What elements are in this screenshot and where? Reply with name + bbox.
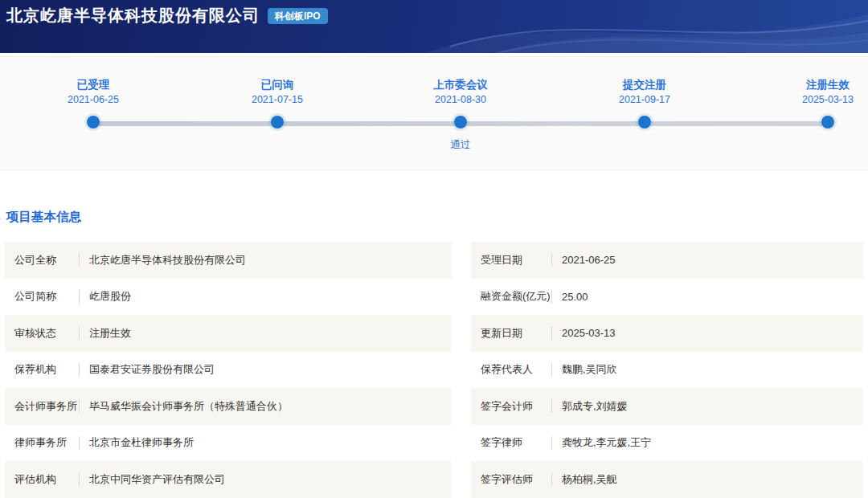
info-label: 签字会计师 <box>481 399 551 414</box>
divider <box>551 472 552 486</box>
page-header: 北京屹唐半导体科技股份有限公司 科创板IPO <box>0 0 868 53</box>
info-row: 公司简称 屹唐股份 <box>5 279 452 316</box>
timeline-step-label: 提交注册 <box>576 78 713 92</box>
info-row: 融资金额(亿元) 25.00 <box>471 279 863 316</box>
info-label: 签字律师 <box>481 435 551 450</box>
info-row: 评估机构 北京中同华资产评估有限公司 <box>5 461 452 498</box>
info-label: 融资金额(亿元) <box>481 289 551 304</box>
info-label: 公司简称 <box>14 289 79 304</box>
info-label: 公司全称 <box>14 253 79 267</box>
divider <box>79 472 80 486</box>
section-title-basic-info: 项目基本信息 <box>6 209 868 226</box>
info-value: 注册生效 <box>89 326 131 341</box>
info-label: 保荐机构 <box>14 362 79 377</box>
timeline-step-note <box>576 138 713 150</box>
divider <box>551 436 552 450</box>
timeline-dot-icon <box>821 116 834 129</box>
divider <box>79 363 80 377</box>
info-label: 审核状态 <box>14 326 79 341</box>
timeline-step-label: 上市委会议 <box>392 78 529 92</box>
info-value: 2025-03-13 <box>562 327 616 339</box>
timeline-step-registration-submitted: 提交注册 2021-09-17 <box>576 78 713 150</box>
info-value: 郭成专,刘婧媛 <box>562 399 628 414</box>
info-row: 受理日期 2021-06-25 <box>471 242 863 279</box>
info-label: 更新日期 <box>481 326 551 341</box>
timeline-step-date: 2021-09-17 <box>576 93 713 107</box>
info-label: 保荐代表人 <box>481 362 551 377</box>
timeline-step-committee-meeting: 上市委会议 2021-08-30 通过 <box>392 78 529 152</box>
timeline-step-label: 注册生效 <box>760 78 868 92</box>
info-label: 律师事务所 <box>14 435 79 450</box>
divider <box>79 253 80 267</box>
divider <box>551 326 552 340</box>
info-label: 受理日期 <box>481 253 551 267</box>
divider <box>551 363 552 377</box>
info-value: 杨柏桐,吴舰 <box>562 472 617 487</box>
company-title: 北京屹唐半导体科技股份有限公司 <box>6 5 260 26</box>
info-row: 更新日期 2025-03-13 <box>471 315 863 352</box>
timeline-step-note: 通过 <box>392 138 529 152</box>
info-value: 北京市金杜律师事务所 <box>89 435 194 450</box>
info-row: 会计师事务所 毕马威华振会计师事务所（特殊普通合伙） <box>5 388 452 425</box>
info-label: 会计师事务所 <box>14 399 79 414</box>
info-label: 签字评估师 <box>481 472 551 487</box>
timeline-step-label: 已受理 <box>25 78 162 92</box>
info-value: 魏鹏,吴同欣 <box>562 362 617 377</box>
divider <box>551 290 552 304</box>
timeline-step-date: 2021-07-15 <box>209 93 346 107</box>
divider <box>79 326 80 340</box>
divider <box>551 399 552 413</box>
timeline-dot-icon <box>454 116 467 129</box>
timeline-dot-icon <box>638 116 651 129</box>
info-row: 保荐代表人 魏鹏,吴同欣 <box>471 352 863 389</box>
info-row: 公司全称 北京屹唐半导体科技股份有限公司 <box>5 242 452 279</box>
info-row: 审核状态 注册生效 <box>5 315 452 352</box>
divider <box>79 436 80 450</box>
timeline-dot-icon <box>87 116 100 129</box>
ipo-timeline: 已受理 2021-06-25 已问询 2021-07-15 上市委会议 2021… <box>0 56 868 170</box>
info-row: 签字评估师 杨柏桐,吴舰 <box>471 461 863 498</box>
info-value: 国泰君安证券股份有限公司 <box>89 362 215 377</box>
timeline-step-accepted: 已受理 2021-06-25 <box>25 78 162 150</box>
info-value: 2021-06-25 <box>562 254 616 266</box>
timeline-step-inquired: 已问询 2021-07-15 <box>209 78 346 150</box>
timeline-step-registration-effective: 注册生效 2025-03-13 <box>760 78 868 150</box>
basic-info-table: 公司全称 北京屹唐半导体科技股份有限公司 公司简称 屹唐股份 审核状态 注册生效… <box>0 242 868 498</box>
timeline-step-date: 2025-03-13 <box>760 93 868 107</box>
timeline-dot-icon <box>271 116 284 129</box>
info-row: 签字会计师 郭成专,刘婧媛 <box>471 388 863 425</box>
timeline-step-note <box>209 138 346 150</box>
info-row: 签字律师 龚牧龙,李元媛,王宁 <box>471 425 863 462</box>
timeline-step-note <box>25 138 162 150</box>
info-label: 评估机构 <box>14 472 79 487</box>
info-row: 保荐机构 国泰君安证券股份有限公司 <box>5 352 452 389</box>
timeline-step-note <box>760 138 868 150</box>
info-column-right: 受理日期 2021-06-25 融资金额(亿元) 25.00 更新日期 2025… <box>471 242 863 498</box>
divider <box>79 290 80 304</box>
info-value: 毕马威华振会计师事务所（特殊普通合伙） <box>89 399 288 414</box>
timeline-step-label: 已问询 <box>209 78 346 92</box>
divider <box>79 399 80 413</box>
info-value: 北京中同华资产评估有限公司 <box>89 472 225 487</box>
info-value: 龚牧龙,李元媛,王宁 <box>562 435 651 450</box>
timeline-step-date: 2021-06-25 <box>25 93 162 107</box>
market-badge: 科创板IPO <box>268 8 328 24</box>
info-column-left: 公司全称 北京屹唐半导体科技股份有限公司 公司简称 屹唐股份 审核状态 注册生效… <box>5 242 452 498</box>
info-value: 25.00 <box>562 291 588 303</box>
info-value: 北京屹唐半导体科技股份有限公司 <box>89 253 246 267</box>
info-value: 屹唐股份 <box>89 289 131 304</box>
timeline-step-date: 2021-08-30 <box>392 93 529 107</box>
info-row: 律师事务所 北京市金杜律师事务所 <box>5 425 452 462</box>
divider <box>551 253 552 267</box>
